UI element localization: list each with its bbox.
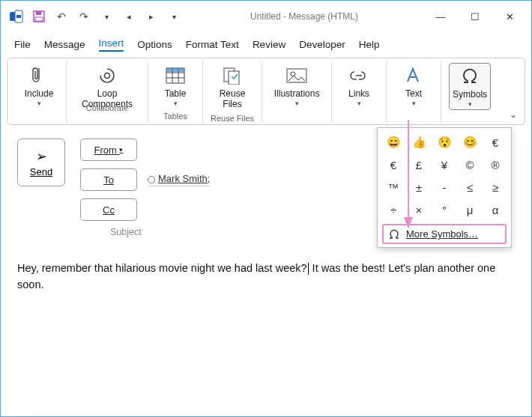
svg-rect-2 — [16, 15, 21, 18]
symbol-cell[interactable]: © — [459, 155, 481, 174]
minimize-button[interactable]: — — [423, 5, 458, 28]
symbol-cell[interactable]: μ — [459, 200, 481, 219]
symbol-cell[interactable]: ° — [433, 200, 456, 219]
chevron-down-icon: ▾ — [295, 100, 299, 107]
menu-options[interactable]: Options — [137, 39, 172, 50]
app-icon — [5, 5, 28, 28]
chevron-down-icon: ▾ — [357, 100, 361, 107]
chevron-down-icon: ▾ — [174, 100, 178, 107]
menu-review[interactable]: Review — [253, 39, 285, 50]
maximize-button[interactable]: ☐ — [458, 5, 492, 28]
loop-icon — [97, 64, 117, 87]
collapse-ribbon-icon[interactable]: ⌄ — [510, 109, 517, 120]
title-bar: ↶ ↷ ▾ ◂ ▸ ▾ Untitled - Message (HTML) — … — [1, 1, 531, 32]
group-reuse-label: Reuse Files — [211, 114, 254, 123]
svg-rect-5 — [35, 17, 43, 21]
links-button[interactable]: Links ▾ — [339, 63, 378, 109]
undo-button[interactable]: ↶ — [50, 5, 73, 28]
chevron-down-icon: ▾ — [412, 100, 416, 107]
send-icon: ➢ — [36, 148, 47, 165]
text-button[interactable]: Text ▾ — [394, 63, 433, 109]
symbols-dropdown: 😄 👍 😯 😊 € € £ ¥ © ® ™ ± - ≤ ≥ ÷ × ° μ α … — [377, 127, 512, 248]
symbol-cell[interactable]: ≥ — [484, 177, 507, 197]
to-button[interactable]: To — [80, 168, 137, 191]
menu-help[interactable]: Help — [359, 39, 380, 50]
table-icon — [166, 64, 185, 87]
illustrations-button[interactable]: Illustrations ▾ — [270, 63, 324, 109]
ribbon: Include ▾ Loop Components Collaborate Ta… — [7, 58, 525, 125]
symbol-cell[interactable]: 😄 — [382, 133, 405, 152]
symbols-button[interactable]: Symbols ▾ — [449, 63, 491, 110]
symbol-cell[interactable]: - — [433, 177, 456, 197]
reuse-files-icon — [223, 64, 242, 87]
loop-button[interactable]: Loop Components — [74, 63, 140, 100]
symbol-cell[interactable]: ÷ — [382, 200, 405, 219]
link-icon — [348, 64, 369, 87]
qa-down-icon[interactable]: ▾ — [95, 5, 118, 28]
symbol-cell[interactable]: 😯 — [433, 133, 456, 152]
symbol-cell[interactable]: 😊 — [459, 133, 481, 152]
symbol-cell[interactable]: € — [484, 133, 507, 152]
menu-format[interactable]: Format Text — [186, 39, 239, 50]
menu-insert[interactable]: Insert — [99, 37, 124, 52]
group-collaborate-label: Collaborate — [86, 103, 128, 112]
menu-file[interactable]: File — [14, 39, 31, 50]
omega-icon — [460, 65, 480, 88]
omega-icon — [388, 228, 400, 240]
send-button[interactable]: ➢ Send — [17, 139, 65, 186]
menu-message[interactable]: Message — [44, 39, 85, 50]
symbol-cell[interactable]: ™ — [382, 177, 405, 197]
svg-rect-15 — [287, 69, 306, 82]
symbol-cell[interactable]: α — [484, 200, 507, 219]
window-title: Untitled - Message (HTML) — [185, 11, 423, 22]
redo-button[interactable]: ↷ — [73, 5, 95, 28]
menu-bar: File Message Insert Options Format Text … — [1, 32, 531, 56]
symbol-cell[interactable]: ® — [484, 155, 507, 174]
qa-overflow-icon[interactable]: ▾ — [163, 5, 185, 28]
symbol-cell[interactable]: ± — [408, 177, 430, 197]
menu-developer[interactable]: Developer — [299, 39, 345, 50]
close-button[interactable]: ✕ — [492, 5, 527, 28]
qa-next-icon[interactable]: ▸ — [140, 5, 163, 28]
from-button[interactable]: From ▾ — [80, 139, 137, 161]
symbol-cell[interactable]: 👍 — [408, 133, 430, 152]
to-field[interactable]: Mark Smith; — [148, 173, 210, 186]
svg-rect-4 — [36, 11, 41, 15]
svg-rect-12 — [166, 68, 184, 72]
qa-prev-icon[interactable]: ◂ — [118, 5, 140, 28]
attach-icon — [31, 64, 46, 87]
text-icon — [405, 64, 422, 87]
symbol-cell[interactable]: ≤ — [459, 177, 481, 197]
symbol-grid: 😄 👍 😯 😊 € € £ ¥ © ® ™ ± - ≤ ≥ ÷ × ° μ α — [382, 133, 507, 219]
more-symbols-button[interactable]: More Symbols… — [382, 224, 507, 244]
chevron-down-icon: ▾ — [468, 100, 472, 108]
illustrations-icon — [286, 64, 307, 87]
cc-button[interactable]: Cc — [80, 198, 137, 221]
group-tables-label: Tables — [163, 112, 187, 121]
svg-point-16 — [291, 72, 295, 76]
chevron-down-icon: ▾ — [37, 100, 41, 107]
symbol-cell[interactable]: £ — [408, 155, 430, 174]
svg-point-6 — [105, 73, 110, 79]
symbol-cell[interactable]: × — [408, 200, 430, 219]
symbol-cell[interactable]: € — [382, 155, 405, 174]
save-button[interactable] — [28, 5, 50, 28]
include-button[interactable]: Include ▾ — [19, 63, 58, 109]
reuse-button[interactable]: Reuse Files — [213, 63, 252, 111]
symbol-cell[interactable]: ¥ — [433, 155, 456, 174]
table-button[interactable]: Table ▾ — [156, 63, 195, 109]
